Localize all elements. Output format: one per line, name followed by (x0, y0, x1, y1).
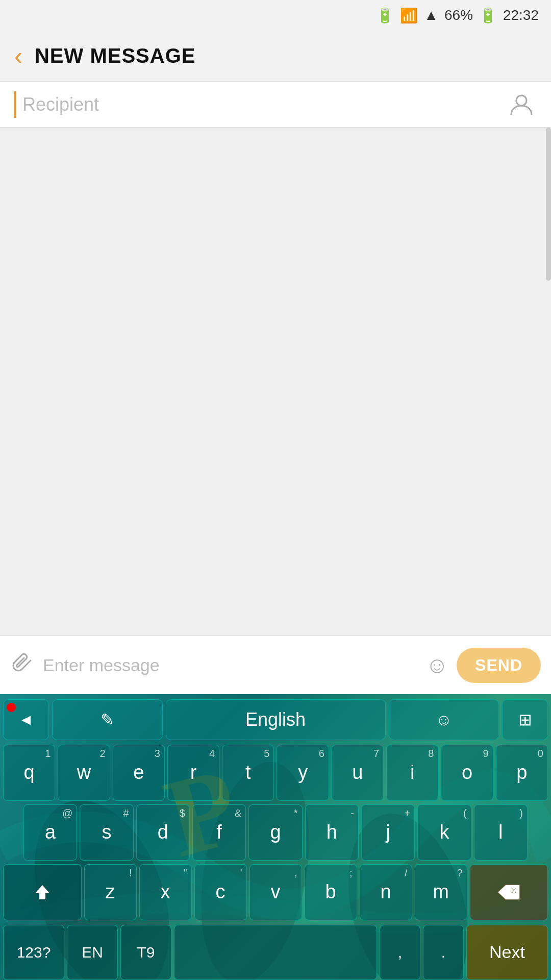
key-c[interactable]: 'c (194, 864, 247, 920)
key-j[interactable]: +j (361, 804, 415, 861)
key-p[interactable]: 0p (496, 745, 548, 801)
scrollbar (546, 128, 551, 281)
keyboard-content: ◄ ✎ English ☺ ⊞ 1q 2w (0, 694, 551, 980)
key-s[interactable]: #s (80, 804, 133, 861)
key-i[interactable]: 8i (386, 745, 438, 801)
key-z[interactable]: !z (84, 864, 137, 920)
key-y[interactable]: 6y (277, 745, 329, 801)
key-en[interactable]: EN (67, 925, 118, 980)
status-icon-wifi: 📶 (400, 7, 418, 24)
emoji-icon[interactable]: ☺ (425, 652, 448, 678)
key-space[interactable] (174, 925, 377, 980)
key-o[interactable]: 9o (441, 745, 493, 801)
recipient-input[interactable]: Recipient (22, 94, 506, 115)
keyboard-language-label: English (245, 709, 306, 730)
key-t[interactable]: 5t (222, 745, 274, 801)
key-g[interactable]: *g (248, 804, 302, 861)
key-l[interactable]: )l (474, 804, 528, 861)
keyboard-back-btn[interactable]: ◄ (3, 699, 49, 740)
keyboard-bottom-row: 123? EN T9 , . Next (3, 925, 548, 980)
keyboard-back-icon: ◄ (18, 711, 34, 728)
back-button[interactable]: ‹ (14, 44, 22, 68)
message-input-bar: Enter message ☺ SEND (0, 635, 551, 694)
recipient-row[interactable]: Recipient (0, 82, 551, 128)
key-u[interactable]: 7u (332, 745, 384, 801)
key-x[interactable]: "x (139, 864, 192, 920)
keyboard-language-btn[interactable]: English (166, 699, 386, 740)
status-battery-percent: 66% (444, 7, 473, 23)
keyboard-layout-btn[interactable]: ⊞ (502, 699, 548, 740)
key-m[interactable]: ?m (415, 864, 467, 920)
contact-picker-icon[interactable] (506, 89, 537, 120)
svg-point-0 (516, 95, 527, 106)
key-w[interactable]: 2w (58, 745, 110, 801)
status-icon-signal: ▲ (424, 7, 438, 23)
message-compose-area[interactable] (0, 128, 551, 635)
key-backspace[interactable] (470, 864, 548, 920)
key-period[interactable]: . (423, 925, 464, 980)
key-q[interactable]: 1q (3, 745, 55, 801)
status-bar: 🔋 📶 ▲ 66% 🔋 22:32 (0, 0, 551, 31)
key-d[interactable]: $d (136, 804, 190, 861)
key-r[interactable]: 4r (167, 745, 219, 801)
layout-icon: ⊞ (518, 710, 532, 729)
page-title: NEW MESSAGE (35, 44, 195, 67)
key-n[interactable]: /n (360, 864, 412, 920)
key-next[interactable]: Next (466, 925, 548, 980)
key-numbers[interactable]: 123? (3, 925, 64, 980)
emoji-toolbar-icon: ☺ (435, 710, 452, 729)
key-comma[interactable]: , (380, 925, 420, 980)
key-h[interactable]: -h (305, 804, 359, 861)
key-f[interactable]: &f (192, 804, 246, 861)
keyboard-toolbar: ◄ ✎ English ☺ ⊞ (3, 697, 548, 743)
message-text-input[interactable]: Enter message (43, 655, 417, 675)
keyboard-row-3: !z "x 'c ,v ;b /n ?m (3, 864, 548, 922)
keyboard-row-2: @a #s $d &f *g -h +j (k )l (3, 804, 548, 862)
text-cursor (14, 91, 16, 118)
key-v[interactable]: ,v (249, 864, 302, 920)
keyboard-emoji-toolbar-btn[interactable]: ☺ (389, 699, 499, 740)
key-a[interactable]: @a (23, 804, 77, 861)
key-b[interactable]: ;b (305, 864, 357, 920)
header: ‹ NEW MESSAGE (0, 31, 551, 82)
send-button[interactable]: SEND (457, 648, 541, 683)
key-t9[interactable]: T9 (120, 925, 171, 980)
pen-icon: ✎ (101, 710, 114, 729)
key-e[interactable]: 3e (113, 745, 165, 801)
status-icon-battery-save: 🔋 (376, 7, 394, 24)
attachment-icon[interactable] (10, 650, 35, 680)
key-shift[interactable] (3, 864, 82, 920)
main-content: Recipient Enter message ☺ SEND (0, 82, 551, 980)
key-k[interactable]: (k (417, 804, 471, 861)
keyboard-row-1: 1q 2w 3e 4r 5t 6y 7u 8i 9o 0p (3, 745, 548, 802)
status-icon-battery: 🔋 (479, 7, 497, 24)
keyboard: P ◄ ✎ English ☺ (0, 694, 551, 980)
keyboard-pen-btn[interactable]: ✎ (52, 699, 163, 740)
notification-dot (7, 703, 16, 712)
status-time: 22:32 (503, 7, 539, 23)
